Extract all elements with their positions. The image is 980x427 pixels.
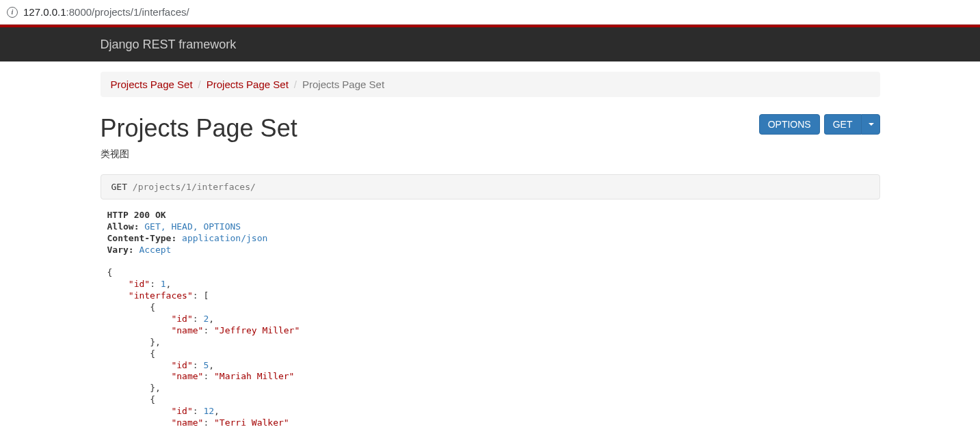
page-title: Projects Page Set [101, 114, 297, 143]
page-subtitle: 类视图 [101, 148, 297, 161]
breadcrumb-link-0[interactable]: Projects Page Set [111, 79, 193, 90]
url-display[interactable]: 127.0.0.1:8000/projects/1/interfaces/ [23, 6, 189, 18]
request-path: /projects/1/interfaces/ [133, 182, 256, 192]
options-button[interactable]: OPTIONS [759, 114, 820, 135]
url-path: :8000/projects/1/interfaces/ [66, 6, 189, 18]
request-info: GET /projects/1/interfaces/ [101, 174, 880, 199]
request-method: GET [111, 182, 127, 192]
url-host: 127.0.0.1 [23, 6, 66, 18]
navbar-brand[interactable]: Django REST framework [101, 38, 237, 51]
chevron-down-icon [869, 123, 874, 126]
action-buttons: OPTIONS GET [759, 114, 880, 135]
navbar: Django REST framework [0, 27, 980, 61]
breadcrumb-current: Projects Page Set [302, 79, 384, 90]
breadcrumb: Projects Page Set Projects Page Set Proj… [101, 72, 880, 97]
response-info: HTTP 200 OK Allow: GET, HEAD, OPTIONS Co… [101, 199, 880, 427]
get-dropdown-button[interactable] [861, 114, 880, 135]
breadcrumb-link-1[interactable]: Projects Page Set [207, 79, 289, 90]
browser-address-bar: i 127.0.0.1:8000/projects/1/interfaces/ [0, 0, 980, 25]
get-button[interactable]: GET [824, 114, 861, 135]
info-icon[interactable]: i [7, 7, 18, 18]
